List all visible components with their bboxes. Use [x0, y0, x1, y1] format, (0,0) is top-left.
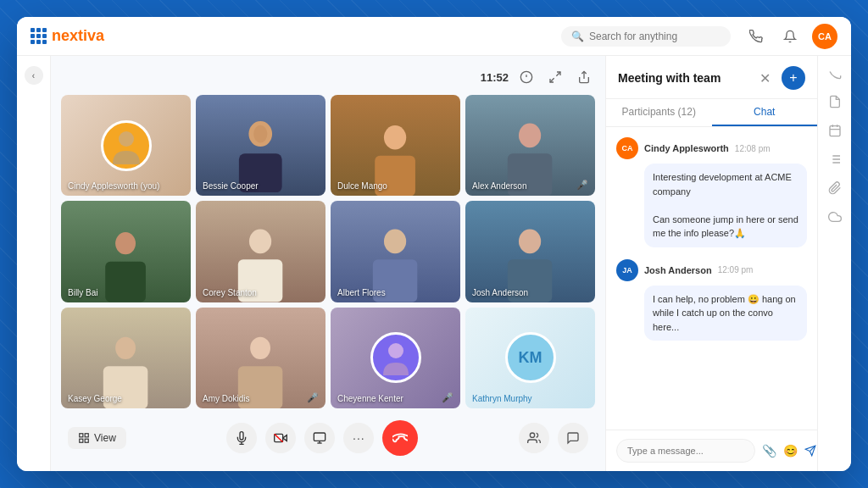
attachment-icon[interactable]: 📎	[762, 444, 776, 458]
msg-avatar-1: CA	[616, 137, 638, 159]
svg-rect-27	[80, 434, 83, 437]
logo-text: nextiva	[52, 27, 104, 45]
participant-name-josh: Josh Anderson	[472, 288, 528, 297]
svg-rect-40	[830, 126, 840, 136]
document-rail-icon[interactable]	[828, 95, 842, 108]
video-area: 11:52 Cindy Applesworth (yo	[51, 56, 605, 471]
clip-rail-icon[interactable]	[828, 181, 842, 195]
topbar-icons: CA	[744, 24, 837, 49]
chat-message-1: CA Cindy Applesworth 12:08 pm Interestin…	[616, 137, 807, 247]
svg-rect-28	[85, 434, 88, 437]
info-icon[interactable]	[515, 66, 537, 88]
chat-tabs: Participants (12) Chat	[606, 99, 817, 127]
view-button[interactable]: View	[68, 427, 126, 449]
svg-point-6	[119, 131, 134, 147]
share-icon[interactable]	[573, 66, 595, 88]
svg-rect-30	[85, 439, 88, 442]
chat-input[interactable]	[616, 439, 755, 463]
video-cell-billy[interactable]: Billy Bai	[61, 201, 191, 302]
phone-icon[interactable]	[744, 25, 768, 48]
participant-name-albert: Albert Flores	[337, 288, 386, 297]
svg-point-18	[384, 230, 406, 254]
msg-header-1: CA Cindy Applesworth 12:08 pm	[616, 137, 807, 159]
participant-name-dulce: Dulce Mango	[337, 181, 387, 191]
participant-name-kasey: Kasey George	[68, 394, 122, 403]
video-cell-amy[interactable]: Amy Dokidis 🎤	[196, 308, 326, 408]
end-call-button[interactable]	[382, 420, 418, 456]
svg-point-14	[116, 232, 136, 254]
video-cell-josh[interactable]: Josh Anderson	[465, 201, 595, 302]
cloud-rail-icon[interactable]	[828, 210, 842, 224]
mute-button[interactable]	[226, 423, 257, 453]
mic-off-cheyenne: 🎤	[442, 392, 453, 403]
close-button[interactable]: ✕	[754, 68, 775, 88]
video-header: 11:52	[61, 66, 595, 88]
expand-icon[interactable]	[544, 66, 566, 88]
video-cell-alex[interactable]: Alex Anderson 🎤	[465, 95, 595, 196]
msg-avatar-2: JA	[616, 259, 638, 281]
video-cell-dulce[interactable]: Dulce Mango	[331, 95, 460, 196]
main-content: ‹ 11:52	[17, 56, 851, 471]
emoji-icon[interactable]: 😊	[783, 444, 798, 458]
participant-name-amy: Amy Dokidis	[203, 394, 250, 403]
msg-name-1: Cindy Applesworth	[644, 143, 729, 153]
chat-panel: Meeting with team ✕ + Participants (12) …	[605, 56, 817, 471]
right-rail	[817, 56, 851, 471]
app-window: nextiva 🔍 CA ‹ 11:52	[17, 17, 851, 471]
chat-input-area: 📎 😊	[606, 430, 817, 471]
chat-title: Meeting with team	[618, 71, 748, 85]
video-cell-bessie[interactable]: Bessie Cooper	[196, 95, 326, 196]
chat-button[interactable]	[558, 423, 588, 453]
participant-name-corey: Corey Stanton	[203, 288, 257, 297]
participant-name-billy: Billy Bai	[68, 288, 98, 297]
search-box[interactable]: 🔍	[561, 26, 731, 47]
video-cell-corey[interactable]: Corey Stanton	[196, 201, 326, 302]
video-cell-cheyenne[interactable]: Cheyenne Kenter 🎤	[331, 308, 460, 408]
sidebar-toggle[interactable]: ‹	[25, 66, 43, 85]
video-button[interactable]	[265, 423, 296, 453]
logo: nextiva	[31, 27, 104, 45]
bell-icon[interactable]	[778, 25, 802, 48]
video-cell-cindy[interactable]: Cindy Applesworth (you)	[61, 95, 191, 196]
participant-name-kathryn: Kathryn Murphy	[472, 394, 532, 403]
tab-chat[interactable]: Chat	[712, 99, 818, 126]
search-input[interactable]	[589, 30, 721, 42]
topbar: nextiva 🔍 CA	[17, 17, 851, 56]
chat-header: Meeting with team ✕ +	[606, 56, 817, 99]
participant-name-alex: Alex Anderson	[472, 181, 527, 191]
grid-icon[interactable]	[31, 28, 47, 44]
msg-time-1: 12:08 pm	[735, 144, 771, 153]
video-cell-kathryn[interactable]: KM Kathryn Murphy	[465, 308, 595, 408]
msg-bubble-1: Interesting development at ACME company …	[644, 164, 807, 247]
send-button[interactable]	[804, 439, 816, 463]
msg-name-2: Josh Anderson	[644, 265, 712, 275]
participants-button[interactable]	[519, 423, 549, 453]
svg-line-3	[556, 72, 560, 76]
user-avatar[interactable]: CA	[812, 24, 837, 49]
participant-name-bessie: Bessie Cooper	[203, 181, 259, 191]
chat-message-2: JA Josh Anderson 12:09 pm I can help, no…	[616, 259, 807, 341]
svg-line-4	[550, 78, 554, 82]
add-button[interactable]: +	[782, 66, 805, 90]
calendar-rail-icon[interactable]	[828, 124, 842, 137]
participant-name-cheyenne: Cheyenne Kenter	[337, 394, 403, 403]
tab-participants[interactable]: Participants (12)	[606, 99, 712, 126]
msg-time-2: 12:09 pm	[718, 265, 754, 274]
phone-rail-icon[interactable]	[828, 66, 842, 80]
more-button[interactable]: ···	[343, 423, 374, 453]
video-cell-albert[interactable]: Albert Flores	[331, 201, 460, 302]
participant-name-cindy: Cindy Applesworth (you)	[68, 181, 159, 191]
svg-line-33	[275, 434, 283, 441]
video-cell-kasey[interactable]: Kasey George	[61, 308, 191, 408]
svg-point-22	[116, 336, 136, 358]
svg-point-12	[519, 123, 541, 147]
screen-button[interactable]	[304, 423, 335, 453]
list-rail-icon[interactable]	[828, 152, 842, 166]
svg-point-24	[251, 336, 271, 358]
video-grid: Cindy Applesworth (you) Bessie Cooper Du…	[61, 95, 595, 408]
svg-rect-15	[106, 262, 147, 302]
svg-point-16	[249, 230, 271, 254]
mic-off-alex: 🎤	[576, 180, 588, 191]
mic-off-amy: 🎤	[307, 392, 319, 403]
right-control-buttons	[519, 423, 588, 453]
